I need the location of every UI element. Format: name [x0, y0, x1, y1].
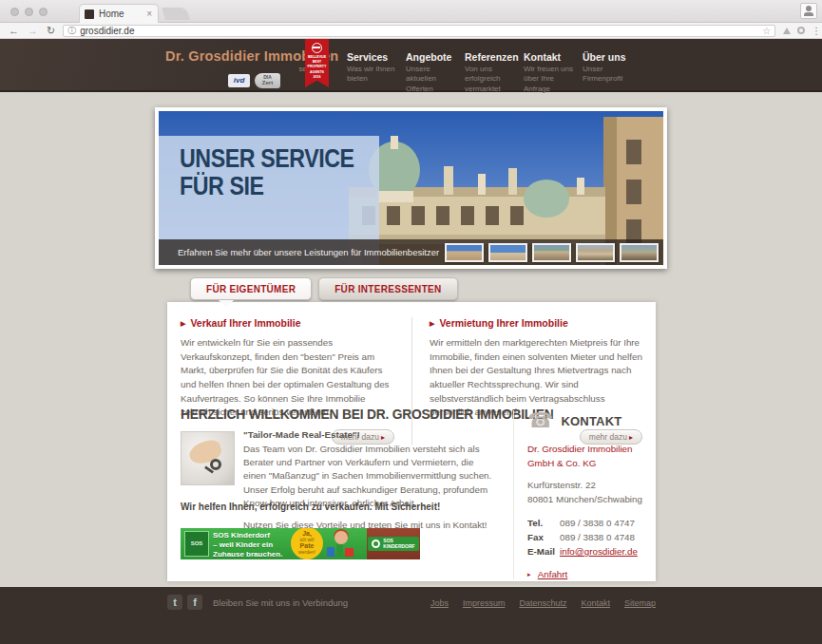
page-info-icon[interactable]: ⓘ [67, 25, 76, 37]
contact-email-row: E-Mail info@grosdidier.de [527, 544, 646, 559]
profile-head-shape [806, 6, 812, 11]
hero-thumbnail[interactable] [532, 243, 571, 262]
welcome-intro: "Tailor-Made Real-Estate"! [243, 429, 492, 440]
dia-zert-badge: DIA Zert [255, 73, 280, 88]
twitter-icon[interactable]: t [167, 595, 182, 610]
page-favicon-icon [85, 9, 94, 19]
nav-item-kontakt[interactable]: Kontakt Wir freuen uns über Ihre Anfrage [524, 51, 579, 94]
browser-menu-icon[interactable]: ⋮ [812, 26, 821, 36]
site-footer: t f Bleiben Sie mit uns in Verbindung Jo… [0, 587, 822, 644]
arrow-marker-icon: ▶ [181, 320, 185, 327]
welcome-closing: Wir helfen Ihnen, erfolgreich zu verkauf… [181, 502, 440, 512]
bookmark-star-icon[interactable]: ☆ [762, 26, 771, 36]
arrow-marker-icon: ▶ [430, 320, 434, 327]
tab-title: Home [99, 9, 145, 19]
nav-item-services[interactable]: Services Was wir Ihnen bieten [347, 51, 402, 94]
hero-photo: UNSER SERVICE FÜR SIE Erfahren Sie mehr … [159, 111, 663, 265]
new-tab-button[interactable] [162, 8, 190, 20]
sos-ring-icon [372, 540, 380, 548]
bellevue-award-ribbon: BELLEVUE BEST PROPERTY AGENTS 2016 [305, 39, 329, 87]
hero-thumbnail[interactable] [445, 243, 484, 262]
url-bar[interactable]: ⓘ grosdidier.de ☆ [63, 25, 775, 37]
content-card: ▶Verkauf Ihrer Immobilie Wir entwickeln … [167, 302, 656, 581]
nav-item-ueber-uns[interactable]: Über uns Unser Firmenprofil [583, 51, 638, 94]
contact-company: Dr. Grosdidier Immobilien GmbH & Co. KG [527, 443, 646, 470]
anfahrt-link[interactable]: Anfahrt [538, 569, 568, 579]
email-link[interactable]: info@grosdidier.de [560, 544, 638, 559]
tab-fuer-eigentuemer[interactable]: FÜR EIGENTÜMER [190, 277, 312, 300]
sos-emblem-icon: SOS [184, 531, 209, 557]
sos-child-photo [323, 528, 367, 559]
extension-icon[interactable] [783, 28, 791, 34]
window-minimize-button[interactable] [25, 8, 33, 16]
tab-close-icon[interactable]: × [145, 9, 153, 19]
footer-link-sitemap[interactable]: Sitemap [624, 598, 656, 608]
reload-button[interactable]: ↻ [47, 26, 55, 36]
sale-heading[interactable]: ▶Verkauf Ihrer Immobilie [181, 317, 394, 329]
extension-globe-icon[interactable] [797, 27, 805, 34]
phone-icon: ☎ [527, 410, 553, 431]
sos-kinderdorf-logo: SOSKINDERDORF [368, 537, 418, 552]
tab-fuer-interessenten[interactable]: FÜR INTERESSENTEN [318, 277, 457, 300]
sale-column: ▶Verkauf Ihrer Immobilie Wir entwickeln … [181, 317, 411, 445]
sos-logo-panel: SOSKINDERDORF [367, 528, 420, 559]
active-tab-pointer [219, 300, 234, 308]
sos-banner-text: SOS Kinderdorf – weil Kinder ein Zuhause… [213, 528, 291, 559]
audience-tabs: FÜR EIGENTÜMER FÜR INTERESSENTEN [190, 277, 458, 300]
browser-toolbar: ← → ↻ ⓘ grosdidier.de ☆ ⋮ [0, 23, 822, 39]
footer-social-text: Bleiben Sie mit uns in Verbindung [213, 597, 348, 608]
back-button[interactable]: ← [9, 26, 19, 36]
footer-link-kontakt[interactable]: Kontakt [581, 598, 610, 608]
hero-thumbnail[interactable] [620, 243, 659, 262]
forward-button[interactable]: → [28, 26, 38, 36]
site-header: Dr. Grosdidier Immobilien seit 1964 ivd … [0, 39, 822, 92]
footer-link-datenschutz[interactable]: Datenschutz [519, 598, 566, 608]
nav-item-angebote[interactable]: Angebote Unsere aktuellen Offerten [406, 51, 461, 94]
contact-address: Kurfürstenstr. 22 80801 München/Schwabin… [527, 479, 646, 506]
hero-banner: UNSER SERVICE FÜR SIE Erfahren Sie mehr … [155, 107, 667, 269]
hero-title: UNSER SERVICE FÜR SIE [180, 145, 354, 200]
contact-heading: KONTAKT [561, 414, 621, 428]
window-maximize-button[interactable] [39, 8, 48, 16]
hero-thumbnail[interactable] [576, 243, 615, 262]
profile-body-shape [804, 12, 813, 16]
hand-key-photo [181, 431, 235, 485]
arrow-marker-icon: ▸ [527, 571, 531, 578]
footer-link-impressum[interactable]: Impressum [463, 598, 506, 608]
contact-tel-row: Tel. 089 / 3838 0 4747 [527, 516, 646, 530]
footer-link-jobs[interactable]: Jobs [430, 598, 449, 608]
welcome-text: "Tailor-Made Real-Estate"! Das Team von … [243, 429, 492, 532]
hero-caption[interactable]: Erfahren Sie mehr über unsere Leistungen… [178, 247, 439, 257]
contact-fax-row: Fax 089 / 3838 0 4748 [527, 530, 646, 544]
sos-kinderdorf-banner[interactable]: SOS SOS Kinderdorf – weil Kinder ein Zuh… [181, 528, 420, 559]
browser-tab[interactable]: Home × [79, 4, 159, 23]
hero-thumbnails [440, 243, 659, 262]
ivd-badge: ivd [228, 74, 250, 87]
window-close-button[interactable] [10, 8, 19, 16]
contact-sidebar: ☎ KONTAKT Dr. Grosdidier Immobilien GmbH… [513, 410, 646, 579]
globe-icon [312, 43, 322, 53]
rent-heading[interactable]: ▶Vermietung Ihrer Immobilie [430, 317, 642, 329]
profile-icon[interactable] [800, 3, 817, 19]
footer-links: Jobs Impressum Datenschutz Kontakt Sitem… [416, 598, 656, 608]
url-text: grosdidier.de [80, 26, 762, 36]
welcome-heading: HERZLICH WILLKOMMEN BEI DR. GROSDIDIER I… [181, 407, 553, 422]
nav-item-referenzen[interactable]: Referenzen Von uns erfolgreich vermarkte… [465, 51, 520, 94]
window-titlebar: Home × [0, 0, 822, 23]
key-icon [210, 459, 221, 470]
sos-pate-badge: Ja, ich will Pate werden! [291, 528, 323, 559]
welcome-paragraph-1: Das Team von Dr. Grosdidier Immobilien v… [243, 443, 492, 510]
main-navigation: Services Was wir Ihnen bieten Angebote U… [347, 51, 641, 94]
facebook-icon[interactable]: f [187, 595, 202, 610]
hero-thumbnail[interactable] [488, 243, 527, 262]
